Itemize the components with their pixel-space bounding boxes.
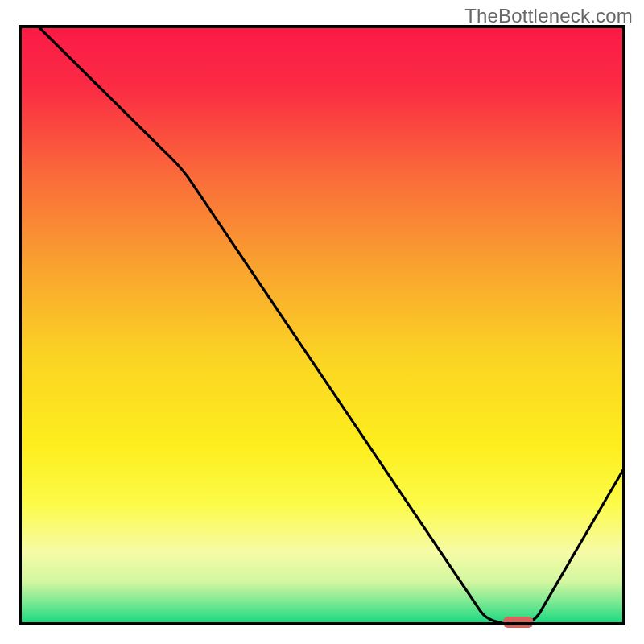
plot-area (20, 27, 624, 624)
bottleneck-chart (0, 0, 644, 644)
watermark-label: TheBottleneck.com (464, 5, 633, 27)
